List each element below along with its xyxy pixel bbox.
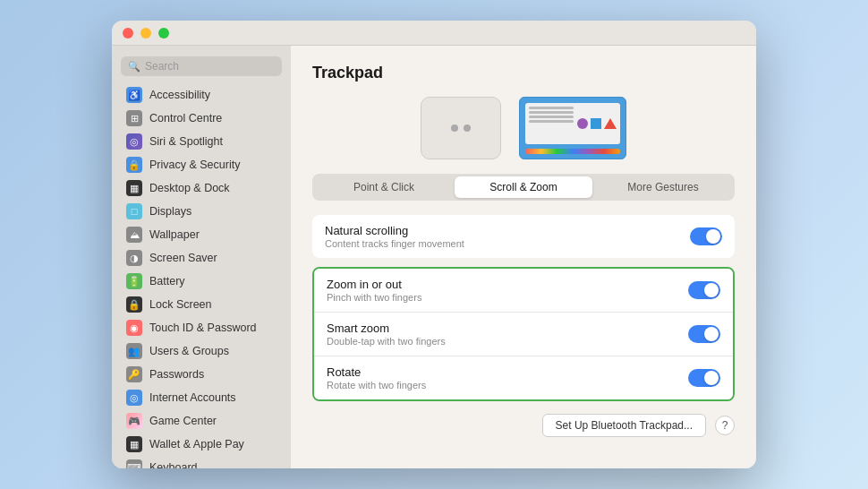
sidebar-label-internet-accounts: Internet Accounts <box>149 391 236 404</box>
tab-more-gestures[interactable]: More Gestures <box>594 176 732 198</box>
screen-line-4 <box>529 120 574 123</box>
sidebar-item-touch-id[interactable]: ◉Touch ID & Password <box>115 316 287 339</box>
zoom-in-out-label: Zoom in or out <box>327 278 421 291</box>
screen-preview-image <box>519 97 626 159</box>
main-panel: Trackpad <box>291 46 756 468</box>
smart-zoom-info: Smart zoom Double-tap with two fingers <box>327 322 446 347</box>
maximize-button[interactable] <box>158 28 169 39</box>
sidebar-item-siri-spotlight[interactable]: ◎Siri & Spotlight <box>115 130 287 153</box>
accessibility-icon: ♿ <box>126 87 142 103</box>
sidebar-label-screen-saver: Screen Saver <box>149 252 217 264</box>
sidebar-item-keyboard[interactable]: ⌨Keyboard <box>115 456 287 468</box>
sidebar-label-game-center: Game Center <box>149 415 217 427</box>
sidebar-label-desktop-dock: Desktop & Dock <box>149 182 230 194</box>
screen-inner <box>525 103 620 144</box>
wallet-icon: ▦ <box>126 436 142 452</box>
color-bar <box>525 149 620 154</box>
preview-area <box>312 97 735 159</box>
shape-circle <box>577 118 588 129</box>
bottom-actions: Set Up Bluetooth Trackpad... ? <box>312 414 735 437</box>
keyboard-icon: ⌨ <box>126 459 142 468</box>
search-icon: 🔍 <box>128 61 140 73</box>
screen-shapes <box>577 107 617 141</box>
sidebar-item-wallpaper[interactable]: ⛰Wallpaper <box>115 223 287 246</box>
sidebar-label-battery: Battery <box>149 275 185 287</box>
screen-line-2 <box>529 111 574 114</box>
sidebar-item-accessibility[interactable]: ♿Accessibility <box>115 83 287 107</box>
search-box[interactable]: 🔍 Search <box>121 56 282 76</box>
sidebar-item-desktop-dock[interactable]: ▦Desktop & Dock <box>115 176 287 200</box>
sidebar: 🔍 Search ♿Accessibility⊞Control Centre◎S… <box>112 46 291 468</box>
natural-scrolling-info: Natural scrolling Content tracks finger … <box>325 224 464 249</box>
screen-line-3 <box>529 116 574 118</box>
displays-icon: □ <box>126 203 142 219</box>
help-button[interactable]: ? <box>715 416 735 435</box>
screen-lines <box>529 107 574 141</box>
tab-scroll-zoom[interactable]: Scroll & Zoom <box>455 176 592 198</box>
zoom-in-out-toggle[interactable] <box>688 281 720 299</box>
sidebar-item-displays[interactable]: □Displays <box>115 200 287 223</box>
sidebar-item-passwords[interactable]: 🔑Passwords <box>115 363 287 386</box>
sidebar-label-passwords: Passwords <box>149 368 204 381</box>
sidebar-item-users-groups[interactable]: 👥Users & Groups <box>115 339 287 363</box>
rotate-toggle[interactable] <box>688 369 720 387</box>
touch-id-icon: ◉ <box>126 320 142 336</box>
wallpaper-icon: ⛰ <box>126 227 142 243</box>
privacy-security-icon: 🔒 <box>126 157 142 173</box>
sidebar-label-displays: Displays <box>149 205 191 218</box>
sidebar-label-lock-screen: Lock Screen <box>149 298 211 311</box>
control-centre-icon: ⊞ <box>126 110 142 126</box>
natural-scrolling-label: Natural scrolling <box>325 224 464 237</box>
natural-scrolling-desc: Content tracks finger movement <box>325 238 464 249</box>
natural-scrolling-row: Natural scrolling Content tracks finger … <box>312 215 735 258</box>
sidebar-label-touch-id: Touch ID & Password <box>149 322 257 334</box>
lock-screen-icon: 🔒 <box>126 296 142 313</box>
page-title: Trackpad <box>312 64 735 82</box>
sidebar-label-privacy-security: Privacy & Security <box>149 159 240 171</box>
window-content: 🔍 Search ♿Accessibility⊞Control Centre◎S… <box>112 46 756 468</box>
rotate-desc: Rotate with two fingers <box>327 380 426 390</box>
rotate-info: Rotate Rotate with two fingers <box>327 365 426 390</box>
smart-zoom-toggle[interactable] <box>688 325 720 343</box>
screen-saver-icon: ◑ <box>126 250 142 266</box>
rotate-row: Rotate Rotate with two fingers <box>314 356 733 399</box>
users-groups-icon: 👥 <box>126 343 142 359</box>
passwords-icon: 🔑 <box>126 366 142 382</box>
smart-zoom-label: Smart zoom <box>327 322 446 335</box>
siri-spotlight-icon: ◎ <box>126 133 142 150</box>
sidebar-item-control-centre[interactable]: ⊞Control Centre <box>115 107 287 130</box>
zoom-in-out-desc: Pinch with two fingers <box>327 292 421 303</box>
shape-square <box>591 118 601 129</box>
smart-zoom-desc: Double-tap with two fingers <box>327 336 446 347</box>
screen-line-1 <box>529 107 574 109</box>
sidebar-item-privacy-security[interactable]: 🔒Privacy & Security <box>115 153 287 176</box>
natural-scrolling-toggle[interactable] <box>690 227 722 245</box>
sidebar-item-internet-accounts[interactable]: ◎Internet Accounts <box>115 386 287 409</box>
sidebar-label-siri-spotlight: Siri & Spotlight <box>149 135 223 148</box>
sidebar-item-battery[interactable]: 🔋Battery <box>115 270 287 293</box>
zoom-group: Zoom in or out Pinch with two fingers Sm… <box>312 267 735 401</box>
sidebar-label-control-centre: Control Centre <box>149 112 222 124</box>
sidebar-label-wallet: Wallet & Apple Pay <box>149 438 244 450</box>
tab-bar: Point & Click Scroll & Zoom More Gesture… <box>312 174 735 201</box>
trackpad-dot-2 <box>464 124 471 132</box>
internet-accounts-icon: ◎ <box>126 390 142 406</box>
close-button[interactable] <box>123 28 133 39</box>
sidebar-label-users-groups: Users & Groups <box>149 345 229 357</box>
sidebar-item-game-center[interactable]: 🎮Game Center <box>115 409 287 433</box>
battery-icon: 🔋 <box>126 273 142 289</box>
trackpad-dot-1 <box>451 124 458 132</box>
setup-bluetooth-button[interactable]: Set Up Bluetooth Trackpad... <box>542 414 706 437</box>
desktop-dock-icon: ▦ <box>126 180 142 196</box>
tab-point-click[interactable]: Point & Click <box>315 176 453 198</box>
natural-scrolling-section: Natural scrolling Content tracks finger … <box>312 215 735 258</box>
system-preferences-window: 🔍 Search ♿Accessibility⊞Control Centre◎S… <box>112 21 756 468</box>
search-input[interactable]: Search <box>145 60 179 73</box>
shape-triangle <box>604 118 617 129</box>
sidebar-item-screen-saver[interactable]: ◑Screen Saver <box>115 246 287 270</box>
sidebar-item-lock-screen[interactable]: 🔒Lock Screen <box>115 293 287 316</box>
minimize-button[interactable] <box>140 28 151 39</box>
sidebar-label-keyboard: Keyboard <box>149 461 198 468</box>
sidebar-item-wallet[interactable]: ▦Wallet & Apple Pay <box>115 433 287 456</box>
game-center-icon: 🎮 <box>126 413 142 429</box>
